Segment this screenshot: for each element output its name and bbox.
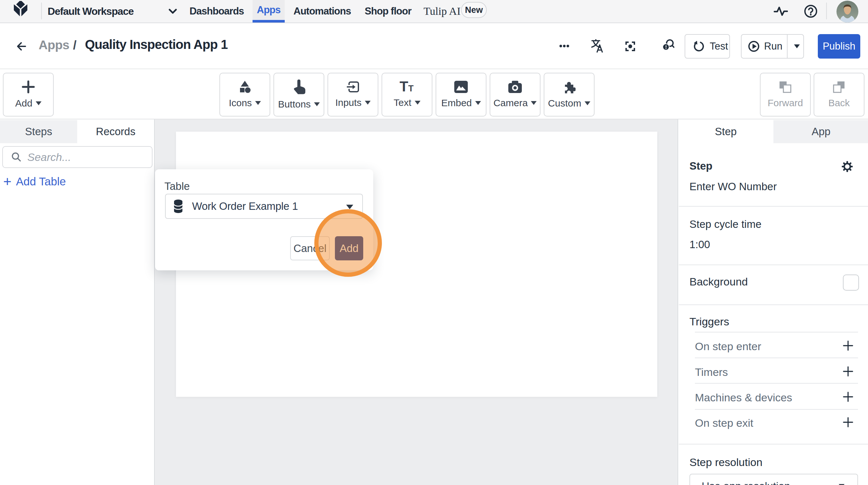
- svg-text:T: T: [400, 81, 408, 93]
- svg-text:T: T: [408, 84, 414, 93]
